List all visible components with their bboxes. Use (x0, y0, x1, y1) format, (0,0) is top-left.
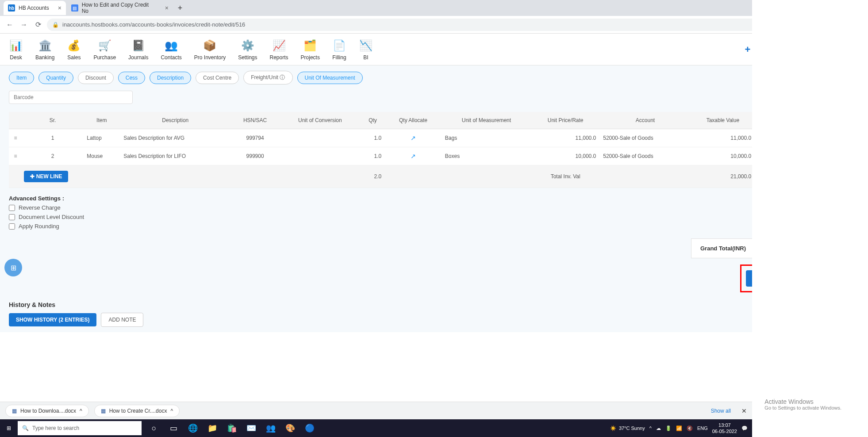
tab-title: How to Edit and Copy Credit No (82, 2, 156, 14)
plus-icon[interactable]: + (742, 44, 753, 55)
drag-handle-icon[interactable]: ≡ (9, 147, 22, 165)
drag-handle-icon[interactable]: ≡ (9, 129, 22, 147)
banking-icon: 🏛️ (38, 38, 52, 53)
tab-title: HB Accounts (19, 5, 49, 11)
tool-journals[interactable]: 📓Journals (128, 38, 148, 61)
tool-projects[interactable]: 🗂️Projects (301, 38, 320, 61)
chip-freight[interactable]: Freight/Unit ⓘ (243, 71, 292, 84)
checkbox-reverse-charge[interactable]: Reverse Charge (9, 204, 859, 211)
purchase-icon: 🛒 (98, 38, 112, 53)
tool-purchase[interactable]: 🛒Purchase (93, 38, 116, 61)
reports-icon: 📈 (272, 38, 286, 53)
chip-uom[interactable]: Unit Of Measurement (297, 72, 363, 84)
barcode-input[interactable] (9, 91, 133, 104)
floating-apps-icon[interactable]: ⊞ (4, 259, 22, 276)
filter-chips: Item Quantity Discount Cess Description … (9, 71, 859, 84)
advanced-settings: Advanced Settings : Reverse Charge Docum… (9, 195, 859, 230)
tool-sales[interactable]: 💰Sales (67, 38, 81, 61)
tool-banking[interactable]: 🏛️Banking (35, 38, 54, 61)
url-bar[interactable]: 🔒 inaccounts.hostbooks.com/accounts-book… (47, 19, 765, 31)
browser-tab-strip: hb HB Accounts × ▤ How to Edit and Copy … (0, 0, 868, 16)
chip-item[interactable]: Item (9, 72, 34, 84)
settings-icon: ⚙️ (241, 38, 255, 53)
url-text: inaccounts.hostbooks.com/accounts-books/… (62, 21, 245, 28)
checkbox-apply-rounding[interactable]: Apply Rounding (9, 223, 859, 230)
sales-icon: 💰 (67, 38, 81, 53)
browser-tab-1[interactable]: hb HB Accounts × (4, 1, 66, 15)
close-icon[interactable]: × (58, 4, 61, 12)
add-note-button[interactable]: ADD NOTE (101, 313, 143, 327)
total-row: ✚ NEW LINE 2.0 Total Inv. Val 21,000.0 (9, 165, 859, 188)
inventory-icon: 📦 (203, 38, 217, 53)
reload-button[interactable]: ⟳ (33, 19, 43, 30)
chip-quantity[interactable]: Quantity (38, 72, 73, 84)
new-tab-button[interactable]: + (174, 2, 186, 14)
page-content: Item Quantity Discount Cess Description … (0, 65, 868, 332)
chip-cess[interactable]: Cess (118, 72, 145, 84)
whitespace-right (752, 0, 868, 332)
advanced-settings-title: Advanced Settings : (9, 195, 859, 202)
back-button[interactable]: ← (4, 19, 15, 30)
forward-button[interactable]: → (19, 19, 29, 30)
chip-costcentre[interactable]: Cost Centre (196, 72, 239, 84)
browser-address-bar: ← → ⟳ 🔒 inaccounts.hostbooks.com/account… (0, 16, 868, 34)
history-section: History & Notes SHOW HISTORY (2 ENTRIES)… (9, 301, 859, 327)
chip-description[interactable]: Description (150, 72, 191, 84)
tool-bi[interactable]: 📉BI (359, 38, 373, 61)
tool-filling[interactable]: 📄Filling (332, 38, 346, 61)
tool-inventory[interactable]: 📦Pro Inventory (194, 38, 226, 61)
desk-icon: 📊 (9, 38, 23, 53)
table-row[interactable]: ≡ 1 Lattop Sales Description for AVG 999… (9, 129, 859, 147)
show-history-button[interactable]: SHOW HISTORY (2 ENTRIES) (9, 313, 96, 326)
journals-icon: 📓 (131, 38, 146, 53)
favicon-hb: hb (8, 4, 15, 12)
tool-contacts[interactable]: 👥Contacts (161, 38, 181, 61)
open-in-new-icon[interactable]: ↗ (411, 134, 416, 142)
app-toolbar: 📊Desk 🏛️Banking 💰Sales 🛒Purchase 📓Journa… (0, 34, 868, 65)
lock-icon: 🔒 (52, 22, 59, 28)
tool-reports[interactable]: 📈Reports (270, 38, 288, 61)
tool-settings[interactable]: ⚙️Settings (238, 38, 257, 61)
table-header-row: Sr. Item Description HSN/SAC Unit of Con… (9, 112, 859, 129)
new-line-button[interactable]: ✚ NEW LINE (24, 171, 69, 182)
tool-desk[interactable]: 📊Desk (9, 38, 23, 61)
contacts-icon: 👥 (164, 38, 178, 53)
grand-total-label: Grand Total(INR) (700, 245, 746, 252)
projects-icon: 🗂️ (303, 38, 317, 53)
close-icon[interactable]: × (165, 4, 169, 12)
filling-icon: 📄 (332, 38, 346, 53)
history-title: History & Notes (9, 301, 859, 308)
bi-icon: 📉 (359, 38, 373, 53)
table-row[interactable]: ≡ 2 Mouse Sales Description for LIFO 999… (9, 147, 859, 165)
browser-tab-2[interactable]: ▤ How to Edit and Copy Credit No × (67, 1, 173, 15)
checkbox-doc-discount[interactable]: Document Level Discount (9, 214, 859, 220)
favicon-doc: ▤ (71, 4, 78, 12)
line-items-table: Sr. Item Description HSN/SAC Unit of Con… (9, 112, 859, 188)
open-in-new-icon[interactable]: ↗ (411, 153, 416, 160)
chip-discount[interactable]: Discount (78, 72, 114, 84)
